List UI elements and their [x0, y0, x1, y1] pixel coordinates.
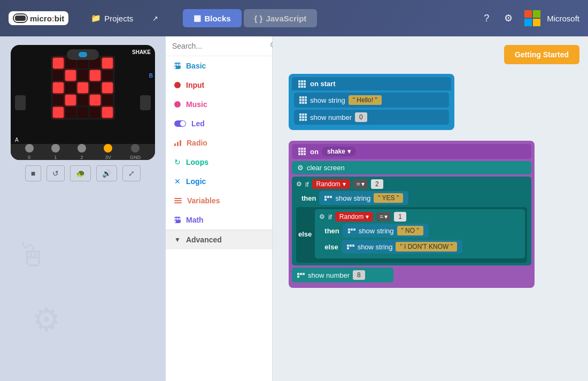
yes-value[interactable]: " YES "	[374, 193, 403, 203]
button-a[interactable]	[15, 95, 26, 110]
button-b[interactable]	[140, 95, 151, 110]
sidebar-item-basic[interactable]: Basic	[166, 56, 272, 75]
led-2-0	[53, 82, 64, 93]
getting-started-button[interactable]: Getting Started	[504, 45, 579, 64]
sim-controls: ■ ↺ 🐢 🔊 ⤢	[25, 165, 141, 181]
share-icon: ↗	[152, 14, 158, 22]
pin-0: 0	[25, 144, 34, 160]
led-4-4	[102, 107, 113, 118]
if-label-2: if	[328, 213, 332, 221]
eq-label-1: =	[357, 180, 360, 188]
led-1-1	[65, 70, 76, 81]
shake-dropdown[interactable]: shake ▾	[322, 147, 356, 156]
value-2-pill[interactable]: 2	[371, 179, 383, 189]
led-2-2	[78, 82, 88, 93]
idk-value[interactable]: " I DON'T KNOW "	[396, 242, 457, 252]
led-4-2	[78, 107, 88, 118]
sidebar-item-variables[interactable]: Variables	[166, 191, 272, 210]
restart-button[interactable]: ↺	[47, 165, 65, 181]
on-start-header: on start	[292, 77, 451, 90]
settings-button[interactable]: ⚙	[501, 9, 516, 27]
js-icon: { }	[254, 14, 263, 23]
show-string-label-no: show string	[359, 227, 394, 235]
microbit-head	[67, 49, 99, 60]
blocks-icon: ▦	[194, 13, 201, 23]
pin-3v: 3V	[104, 144, 112, 160]
value-1-pill[interactable]: 1	[394, 212, 406, 222]
show-string-hello-block[interactable]: show string " Hello! "	[294, 93, 449, 108]
show-number-8-block[interactable]: show number 8	[292, 268, 393, 283]
logic-label: Logic	[186, 177, 206, 186]
sidebar-item-logic[interactable]: ✕ Logic	[166, 172, 272, 191]
show-number-block[interactable]: show number 0	[294, 110, 449, 125]
show-string-no-block[interactable]: show string " NO "	[343, 224, 429, 238]
logo-box: micro:bit	[9, 11, 68, 25]
led-4-1	[65, 107, 76, 118]
outer-if-header: ⚙ if Random ▾ = ▾ 2	[296, 179, 527, 189]
led-1-0	[53, 70, 64, 81]
then-label-2: then	[324, 227, 339, 235]
number-8-value[interactable]: 8	[353, 270, 365, 280]
sidebar-item-advanced[interactable]: ▼ Advanced	[166, 230, 272, 249]
share-button[interactable]: ↗	[147, 11, 164, 26]
sidebar-item-radio[interactable]: Radio	[166, 133, 272, 153]
quote-right: "	[373, 96, 377, 104]
on-label: on	[310, 148, 319, 156]
led-2-3	[90, 82, 100, 93]
microsoft-logo: Microsoft	[524, 10, 579, 26]
led-1-3	[90, 70, 100, 81]
random-dropdown-1[interactable]: Random ▾	[312, 179, 350, 189]
sound-button[interactable]: 🔊	[96, 165, 117, 181]
radio-icon	[174, 140, 181, 146]
loops-icon: ↻	[174, 158, 181, 166]
fullscreen-button[interactable]: ⤢	[122, 165, 141, 181]
slow-button[interactable]: 🐢	[70, 165, 91, 181]
tab-javascript[interactable]: { } JavaScript	[244, 9, 318, 27]
show-string-yes-block[interactable]: show string " YES "	[319, 191, 408, 205]
settings-icon-if2: ⚙	[319, 213, 325, 220]
help-button[interactable]: ?	[481, 10, 492, 27]
pin-gnd: GND	[130, 144, 141, 160]
random-label-2: Random	[339, 213, 363, 220]
sidebar-item-led[interactable]: Led	[166, 114, 272, 133]
then-label-1: then	[301, 194, 316, 202]
else-label-2: else	[324, 243, 338, 251]
main-layout: SHAKE B	[0, 36, 588, 381]
sidebar-item-input[interactable]: Input	[166, 75, 272, 95]
logo-text: micro:bit	[30, 14, 64, 23]
on-shake-header: on shake ▾	[292, 144, 531, 159]
sidebar-item-loops[interactable]: ↻ Loops	[166, 153, 272, 172]
no-value[interactable]: " NO "	[397, 226, 423, 235]
shake-value: shake	[327, 148, 345, 155]
random-dropdown-2[interactable]: Random ▾	[335, 212, 373, 222]
microbit-logo-icon	[13, 13, 28, 23]
microsoft-label: Microsoft	[547, 14, 579, 23]
clear-screen-label: clear screen	[307, 164, 345, 172]
number-0-value[interactable]: 0	[355, 112, 367, 122]
sidebar-item-music[interactable]: Music	[166, 95, 272, 114]
hello-value[interactable]: " Hello! "	[349, 95, 382, 105]
led-4-0	[53, 107, 64, 118]
projects-button[interactable]: 📁 Projects	[86, 10, 138, 26]
led-0-4	[102, 58, 113, 68]
eq-dropdown-2[interactable]: = ▾	[376, 212, 391, 222]
stop-button[interactable]: ■	[25, 165, 41, 181]
show-string-idk-block[interactable]: show string " I DON'T KNOW "	[342, 240, 462, 254]
logic-icon: ✕	[174, 177, 181, 186]
led-2-1	[65, 82, 76, 93]
sidebar-item-math[interactable]: Math	[166, 210, 272, 230]
clear-screen-block[interactable]: ⚙ clear screen	[292, 161, 531, 174]
then-row-1: then show string " YES "	[296, 191, 527, 205]
pin-2: 2	[78, 144, 86, 160]
else-row-1: else ⚙ if Random ▾	[298, 209, 525, 258]
tab-blocks[interactable]: ▦ Blocks	[183, 9, 241, 27]
else-row-2: else show string " I DON'T KNOW "	[319, 240, 521, 254]
search-box: 🔍	[166, 36, 272, 56]
header-right: ? ⚙ Microsoft	[481, 9, 579, 27]
b-button-label: B	[149, 73, 153, 79]
eq-dropdown-1[interactable]: = ▾	[353, 179, 368, 189]
search-input[interactable]	[172, 42, 266, 50]
shake-dropdown-arrow: ▾	[347, 148, 351, 155]
music-icon	[174, 101, 181, 108]
sidebar: 🔍 Basic Input Music	[166, 36, 273, 381]
